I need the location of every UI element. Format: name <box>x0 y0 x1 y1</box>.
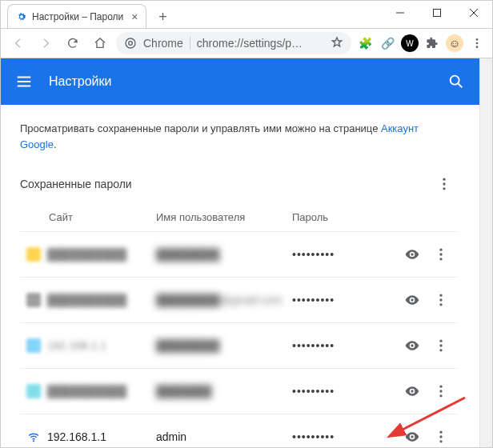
settings-search-button[interactable] <box>447 73 465 90</box>
svg-point-29 <box>439 435 442 438</box>
row-actions <box>399 378 457 404</box>
passwords-card: Просматривать сохраненные пароли и управ… <box>1 105 476 447</box>
svg-point-16 <box>439 298 442 301</box>
reveal-password-button[interactable] <box>399 333 425 358</box>
svg-point-5 <box>476 46 479 48</box>
col-user-header: Имя пользователя <box>156 211 292 223</box>
page-scrollbar[interactable] <box>479 58 492 447</box>
reveal-password-button[interactable] <box>399 287 425 313</box>
svg-point-27 <box>411 435 413 438</box>
svg-point-4 <box>476 42 479 45</box>
intro-text: Просматривать сохраненные пароли и управ… <box>20 121 457 152</box>
svg-point-17 <box>439 303 442 306</box>
row-more-button[interactable] <box>428 242 454 267</box>
svg-point-13 <box>439 258 442 260</box>
row-more-button[interactable] <box>428 378 454 404</box>
extensions-area: 🧩 🔗 W ☺ <box>356 34 486 52</box>
row-actions <box>399 242 457 267</box>
section-title: Сохраненные пароли <box>20 178 132 190</box>
settings-title: Настройки <box>49 74 111 89</box>
reveal-password-button[interactable] <box>399 424 425 447</box>
svg-rect-0 <box>434 10 441 17</box>
password-cell: ••••••••• <box>292 430 399 443</box>
table-header-row: Сайт Имя пользователя Пароль <box>20 203 457 231</box>
username-cell: ████████@gmail.com <box>156 294 292 306</box>
svg-point-20 <box>439 344 442 346</box>
site-cell[interactable]: ██████████ <box>20 384 156 398</box>
window-close-button[interactable] <box>455 1 492 25</box>
extension-icon-link[interactable]: 🔗 <box>379 34 396 52</box>
nav-forward-button[interactable] <box>34 32 57 54</box>
password-cell: ••••••••• <box>292 339 399 352</box>
reveal-password-button[interactable] <box>399 242 425 267</box>
new-tab-button[interactable]: + <box>151 6 174 28</box>
site-label: 192.168.1.1 <box>47 339 106 352</box>
window-controls <box>382 1 492 25</box>
window-minimize-button[interactable] <box>382 1 419 25</box>
site-favicon <box>26 430 41 444</box>
nav-home-button[interactable] <box>89 32 111 54</box>
svg-point-30 <box>439 440 442 442</box>
chrome-menu-button[interactable] <box>468 34 486 52</box>
omnibox-separator <box>190 37 190 50</box>
svg-point-21 <box>439 349 442 351</box>
site-favicon <box>26 293 41 307</box>
site-favicon <box>26 247 41 262</box>
omnibox-url: chrome://settings/p… <box>197 37 303 50</box>
row-actions <box>399 424 457 447</box>
section-more-button[interactable] <box>431 171 457 197</box>
row-more-button[interactable] <box>428 333 454 358</box>
svg-point-19 <box>439 340 442 342</box>
nav-reload-button[interactable] <box>62 32 84 54</box>
reveal-password-button[interactable] <box>399 378 425 404</box>
svg-point-15 <box>439 294 442 297</box>
svg-point-2 <box>129 42 133 46</box>
svg-point-10 <box>411 253 413 255</box>
site-label: 192.168.1.1 <box>47 430 106 443</box>
password-row: █████████████████••••••••• <box>20 368 457 414</box>
svg-point-14 <box>411 298 413 301</box>
row-more-button[interactable] <box>428 287 454 313</box>
window-maximize-button[interactable] <box>419 1 455 25</box>
svg-point-3 <box>476 38 479 41</box>
close-tab-icon[interactable]: × <box>131 11 138 22</box>
hamburger-icon[interactable] <box>15 73 33 90</box>
svg-point-23 <box>439 386 442 388</box>
extensions-menu-icon[interactable] <box>423 34 441 52</box>
password-row: 192.168.1.1████████••••••••• <box>20 322 457 368</box>
svg-point-22 <box>411 390 413 392</box>
site-favicon <box>26 384 41 398</box>
svg-point-7 <box>443 178 445 181</box>
username-cell: admin <box>156 430 292 443</box>
site-label: ██████████ <box>47 248 126 261</box>
intro-before: Просматривать сохраненные пароли и управ… <box>20 122 381 134</box>
svg-point-6 <box>451 76 459 85</box>
extension-icon-w[interactable]: W <box>401 34 419 52</box>
nav-back-button[interactable] <box>7 32 30 54</box>
svg-point-11 <box>439 249 442 251</box>
gear-icon <box>16 11 27 22</box>
saved-passwords-header: Сохраненные пароли <box>20 171 457 197</box>
intro-after: . <box>54 138 57 150</box>
site-cell[interactable]: ██████████ <box>20 247 156 262</box>
tab-title: Настройки – Пароли <box>32 11 123 22</box>
password-rows: ██████████████████•••••••••█████████████… <box>20 231 457 447</box>
browser-tab-active[interactable]: Настройки – Пароли × <box>7 4 146 28</box>
svg-point-12 <box>439 253 442 255</box>
tab-strip: Настройки – Пароли × + <box>7 1 174 28</box>
site-cell[interactable]: ██████████ <box>20 293 156 307</box>
username-cell: ████████ <box>156 339 292 352</box>
extension-icon-1[interactable]: 🧩 <box>356 34 374 52</box>
chrome-logo-icon <box>124 37 137 50</box>
bookmark-star-icon[interactable] <box>331 36 343 51</box>
row-more-button[interactable] <box>428 424 454 447</box>
svg-point-9 <box>443 187 445 190</box>
omnibox[interactable]: Chrome chrome://settings/p… <box>116 32 351 54</box>
site-cell[interactable]: 192.168.1.1 <box>20 430 156 444</box>
site-cell[interactable]: 192.168.1.1 <box>20 338 156 353</box>
profile-avatar[interactable]: ☺ <box>446 34 463 52</box>
username-cell: ████████ <box>156 248 292 261</box>
password-cell: ••••••••• <box>292 294 399 306</box>
page-scroll[interactable]: Настройки Просматривать сохраненные паро… <box>1 58 479 447</box>
password-row: ██████████████████@gmail.com••••••••• <box>20 277 457 322</box>
